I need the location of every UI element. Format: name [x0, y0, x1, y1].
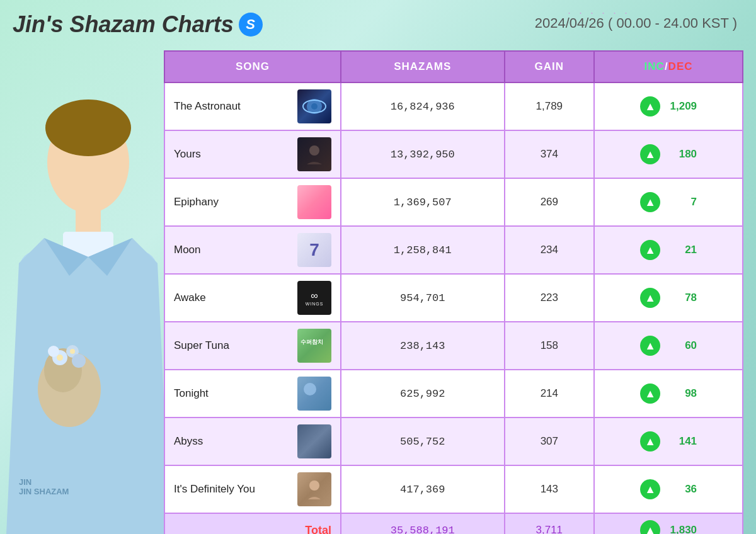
- song-thumbnail: [297, 89, 331, 123]
- total-inc-value: 1,830: [665, 524, 697, 534]
- table-row: Yours 13,392,950 374 ▲ 180: [164, 130, 743, 178]
- song-cell: The Astronaut: [164, 82, 341, 130]
- song-name: Tonight: [174, 387, 291, 400]
- incdec-cell: ▲ 98: [594, 370, 743, 418]
- up-arrow-icon: ▲: [640, 96, 660, 116]
- song-name: It's Definitely You: [174, 483, 291, 496]
- svg-point-10: [72, 354, 86, 368]
- col-incdec: INC/DEC: [594, 51, 743, 82]
- shazams-value: 13,392,950: [341, 130, 505, 178]
- song-thumbnail: [297, 377, 331, 411]
- shazam-icon: S: [239, 13, 263, 37]
- inc-value: 78: [665, 292, 697, 304]
- table-row: Moon 7 1,258,841 234 ▲ 21: [164, 226, 743, 274]
- incdec-cell: ▲ 78: [594, 274, 743, 322]
- person-silhouette: [6, 62, 170, 534]
- shazams-value: 16,824,936: [341, 82, 505, 130]
- song-thumbnail: [297, 185, 331, 219]
- song-name: Yours: [174, 148, 291, 161]
- song-cell: Moon 7: [164, 226, 341, 274]
- incdec-cell: ▲ 180: [594, 130, 743, 178]
- inc-value: 21: [665, 244, 697, 256]
- col-inc-text: INC: [644, 60, 665, 72]
- inc-value: 36: [665, 483, 697, 496]
- up-arrow-icon: ▲: [640, 336, 660, 356]
- col-dec-text: DEC: [668, 60, 693, 72]
- svg-point-18: [304, 383, 316, 395]
- up-arrow-icon: ▲: [640, 144, 660, 164]
- gain-value: 374: [505, 130, 595, 178]
- total-gain: 3,711: [505, 513, 595, 534]
- table-row: It's Definitely You 417,369 143 ▲ 36: [164, 465, 743, 513]
- svg-point-16: [309, 145, 319, 156]
- inc-value: 7: [665, 196, 697, 208]
- person-image: [0, 55, 176, 534]
- gain-value: 214: [505, 370, 595, 418]
- shazams-value: 625,992: [341, 370, 505, 418]
- shazams-value: 417,369: [341, 465, 505, 513]
- svg-point-19: [309, 480, 319, 491]
- song-cell: Awake ∞WINGS: [164, 274, 341, 322]
- svg-point-2: [45, 99, 131, 156]
- song-thumbnail: [297, 137, 331, 171]
- song-thumbnail: 수퍼참치: [297, 329, 331, 363]
- song-name: Abyss: [174, 435, 291, 448]
- up-arrow-icon: ▲: [640, 479, 660, 499]
- table-row: Super Tuna 수퍼참치 238,143 158 ▲ 60: [164, 322, 743, 370]
- inc-value: 60: [665, 339, 697, 352]
- song-thumbnail: [297, 472, 331, 506]
- song-name: The Astronaut: [174, 100, 291, 113]
- table-row: The Astronaut 16,824,936 1,789 ▲ 1,209: [164, 82, 743, 130]
- total-up-arrow-icon: ▲: [640, 520, 660, 534]
- svg-point-15: [311, 103, 318, 110]
- shazams-value: 505,752: [341, 418, 505, 465]
- page-title: Jin's Shazam Charts S: [13, 11, 263, 38]
- table-row: Awake ∞WINGS 954,701 223 ▲ 78: [164, 274, 743, 322]
- chart-table: SONG SHAZAMS GAIN INC/DEC The Astronaut …: [164, 50, 743, 534]
- chart-table-container: SONG SHAZAMS GAIN INC/DEC The Astronaut …: [164, 50, 743, 521]
- gain-value: 143: [505, 465, 595, 513]
- inc-value: 1,209: [665, 100, 697, 113]
- song-cell: Yours: [164, 130, 341, 178]
- song-cell: Super Tuna 수퍼참치: [164, 322, 341, 370]
- song-cell: It's Definitely You: [164, 465, 341, 513]
- title-text: Jin's Shazam Charts: [13, 11, 234, 38]
- gain-value: 269: [505, 178, 595, 226]
- date-text: 2024/04/26 ( 00.00 - 24.00 KST ): [535, 15, 737, 31]
- incdec-cell: ▲ 60: [594, 322, 743, 370]
- col-shazams: SHAZAMS: [341, 51, 505, 82]
- svg-point-11: [57, 355, 63, 361]
- table-body: The Astronaut 16,824,936 1,789 ▲ 1,209 Y…: [164, 82, 743, 534]
- svg-point-9: [48, 346, 59, 357]
- gain-value: 307: [505, 418, 595, 465]
- song-thumbnail: [297, 424, 331, 458]
- incdec-cell: ▲ 36: [594, 465, 743, 513]
- song-thumbnail: 7: [297, 233, 331, 267]
- shazams-value: 1,369,507: [341, 178, 505, 226]
- up-arrow-icon: ▲: [640, 288, 660, 308]
- col-gain: GAIN: [505, 51, 595, 82]
- up-arrow-icon: ▲: [640, 240, 660, 260]
- shazams-value: 238,143: [341, 322, 505, 370]
- incdec-cell: ▲ 7: [594, 178, 743, 226]
- total-row: Total 35,588,191 3,711 ▲ 1,830: [164, 513, 743, 534]
- svg-text:수퍼참치: 수퍼참치: [301, 339, 323, 345]
- gain-value: 223: [505, 274, 595, 322]
- total-shazams: 35,588,191: [341, 513, 505, 534]
- up-arrow-icon: ▲: [640, 192, 660, 212]
- song-name: Super Tuna: [174, 339, 291, 352]
- table-header-row: SONG SHAZAMS GAIN INC/DEC: [164, 51, 743, 82]
- shazams-value: 954,701: [341, 274, 505, 322]
- up-arrow-icon: ▲: [640, 431, 660, 452]
- total-label: Total: [164, 513, 341, 534]
- song-name: Awake: [174, 292, 291, 304]
- jin-watermark: JINJIN SHAZAM: [19, 477, 69, 496]
- gain-value: 158: [505, 322, 595, 370]
- song-name: Moon: [174, 244, 291, 256]
- inc-value: 180: [665, 148, 697, 161]
- song-cell: Epiphany: [164, 178, 341, 226]
- total-incdec-cell: ▲ 1,830: [594, 513, 743, 534]
- inc-value: 141: [665, 435, 697, 448]
- incdec-cell: ▲ 141: [594, 418, 743, 465]
- table-row: Abyss 505,752 307 ▲ 141: [164, 418, 743, 465]
